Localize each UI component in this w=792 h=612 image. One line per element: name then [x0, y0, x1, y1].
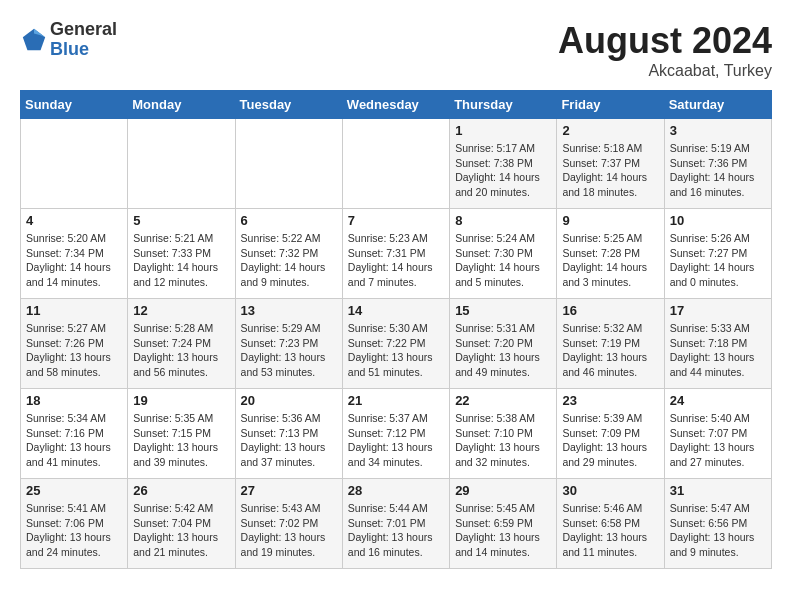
day-info: Sunrise: 5:27 AMSunset: 7:26 PMDaylight:…	[26, 321, 122, 380]
day-number: 31	[670, 483, 766, 498]
day-number: 25	[26, 483, 122, 498]
day-number: 21	[348, 393, 444, 408]
calendar-cell: 29Sunrise: 5:45 AMSunset: 6:59 PMDayligh…	[450, 479, 557, 569]
day-info: Sunrise: 5:41 AMSunset: 7:06 PMDaylight:…	[26, 501, 122, 560]
month-year-title: August 2024	[558, 20, 772, 62]
week-row-5: 25Sunrise: 5:41 AMSunset: 7:06 PMDayligh…	[21, 479, 772, 569]
calendar-cell: 1Sunrise: 5:17 AMSunset: 7:38 PMDaylight…	[450, 119, 557, 209]
day-info: Sunrise: 5:35 AMSunset: 7:15 PMDaylight:…	[133, 411, 229, 470]
calendar-cell: 9Sunrise: 5:25 AMSunset: 7:28 PMDaylight…	[557, 209, 664, 299]
day-number: 1	[455, 123, 551, 138]
calendar-cell: 13Sunrise: 5:29 AMSunset: 7:23 PMDayligh…	[235, 299, 342, 389]
day-info: Sunrise: 5:22 AMSunset: 7:32 PMDaylight:…	[241, 231, 337, 290]
day-number: 6	[241, 213, 337, 228]
day-info: Sunrise: 5:36 AMSunset: 7:13 PMDaylight:…	[241, 411, 337, 470]
day-number: 18	[26, 393, 122, 408]
day-info: Sunrise: 5:37 AMSunset: 7:12 PMDaylight:…	[348, 411, 444, 470]
page-header: General Blue August 2024 Akcaabat, Turke…	[20, 20, 772, 80]
calendar-cell: 27Sunrise: 5:43 AMSunset: 7:02 PMDayligh…	[235, 479, 342, 569]
day-number: 27	[241, 483, 337, 498]
day-number: 8	[455, 213, 551, 228]
title-block: August 2024 Akcaabat, Turkey	[558, 20, 772, 80]
calendar-cell: 6Sunrise: 5:22 AMSunset: 7:32 PMDaylight…	[235, 209, 342, 299]
day-info: Sunrise: 5:44 AMSunset: 7:01 PMDaylight:…	[348, 501, 444, 560]
calendar-cell: 19Sunrise: 5:35 AMSunset: 7:15 PMDayligh…	[128, 389, 235, 479]
calendar-cell: 5Sunrise: 5:21 AMSunset: 7:33 PMDaylight…	[128, 209, 235, 299]
week-row-1: 1Sunrise: 5:17 AMSunset: 7:38 PMDaylight…	[21, 119, 772, 209]
day-info: Sunrise: 5:25 AMSunset: 7:28 PMDaylight:…	[562, 231, 658, 290]
day-number: 3	[670, 123, 766, 138]
calendar-cell: 16Sunrise: 5:32 AMSunset: 7:19 PMDayligh…	[557, 299, 664, 389]
day-number: 30	[562, 483, 658, 498]
calendar-cell: 11Sunrise: 5:27 AMSunset: 7:26 PMDayligh…	[21, 299, 128, 389]
day-number: 7	[348, 213, 444, 228]
weekday-header-thursday: Thursday	[450, 91, 557, 119]
calendar-cell	[235, 119, 342, 209]
calendar-cell: 10Sunrise: 5:26 AMSunset: 7:27 PMDayligh…	[664, 209, 771, 299]
logo-general-text: General	[50, 20, 117, 40]
day-info: Sunrise: 5:43 AMSunset: 7:02 PMDaylight:…	[241, 501, 337, 560]
day-number: 26	[133, 483, 229, 498]
calendar-cell: 12Sunrise: 5:28 AMSunset: 7:24 PMDayligh…	[128, 299, 235, 389]
day-info: Sunrise: 5:30 AMSunset: 7:22 PMDaylight:…	[348, 321, 444, 380]
day-info: Sunrise: 5:32 AMSunset: 7:19 PMDaylight:…	[562, 321, 658, 380]
day-info: Sunrise: 5:46 AMSunset: 6:58 PMDaylight:…	[562, 501, 658, 560]
day-number: 19	[133, 393, 229, 408]
week-row-4: 18Sunrise: 5:34 AMSunset: 7:16 PMDayligh…	[21, 389, 772, 479]
calendar-cell: 7Sunrise: 5:23 AMSunset: 7:31 PMDaylight…	[342, 209, 449, 299]
calendar-cell: 14Sunrise: 5:30 AMSunset: 7:22 PMDayligh…	[342, 299, 449, 389]
calendar-cell	[21, 119, 128, 209]
calendar-cell: 8Sunrise: 5:24 AMSunset: 7:30 PMDaylight…	[450, 209, 557, 299]
day-info: Sunrise: 5:24 AMSunset: 7:30 PMDaylight:…	[455, 231, 551, 290]
weekday-header-row: SundayMondayTuesdayWednesdayThursdayFrid…	[21, 91, 772, 119]
day-number: 23	[562, 393, 658, 408]
day-number: 11	[26, 303, 122, 318]
week-row-3: 11Sunrise: 5:27 AMSunset: 7:26 PMDayligh…	[21, 299, 772, 389]
day-info: Sunrise: 5:40 AMSunset: 7:07 PMDaylight:…	[670, 411, 766, 470]
day-number: 24	[670, 393, 766, 408]
weekday-header-wednesday: Wednesday	[342, 91, 449, 119]
calendar-cell: 30Sunrise: 5:46 AMSunset: 6:58 PMDayligh…	[557, 479, 664, 569]
calendar-cell: 26Sunrise: 5:42 AMSunset: 7:04 PMDayligh…	[128, 479, 235, 569]
day-info: Sunrise: 5:45 AMSunset: 6:59 PMDaylight:…	[455, 501, 551, 560]
day-info: Sunrise: 5:23 AMSunset: 7:31 PMDaylight:…	[348, 231, 444, 290]
day-info: Sunrise: 5:29 AMSunset: 7:23 PMDaylight:…	[241, 321, 337, 380]
day-info: Sunrise: 5:19 AMSunset: 7:36 PMDaylight:…	[670, 141, 766, 200]
day-number: 2	[562, 123, 658, 138]
calendar-cell: 23Sunrise: 5:39 AMSunset: 7:09 PMDayligh…	[557, 389, 664, 479]
day-number: 14	[348, 303, 444, 318]
day-number: 28	[348, 483, 444, 498]
weekday-header-friday: Friday	[557, 91, 664, 119]
day-info: Sunrise: 5:38 AMSunset: 7:10 PMDaylight:…	[455, 411, 551, 470]
calendar-cell: 2Sunrise: 5:18 AMSunset: 7:37 PMDaylight…	[557, 119, 664, 209]
day-info: Sunrise: 5:34 AMSunset: 7:16 PMDaylight:…	[26, 411, 122, 470]
logo-blue-text: Blue	[50, 40, 117, 60]
calendar-cell: 3Sunrise: 5:19 AMSunset: 7:36 PMDaylight…	[664, 119, 771, 209]
calendar-cell: 21Sunrise: 5:37 AMSunset: 7:12 PMDayligh…	[342, 389, 449, 479]
day-number: 20	[241, 393, 337, 408]
weekday-header-sunday: Sunday	[21, 91, 128, 119]
day-number: 13	[241, 303, 337, 318]
weekday-header-saturday: Saturday	[664, 91, 771, 119]
day-number: 9	[562, 213, 658, 228]
day-number: 12	[133, 303, 229, 318]
location-subtitle: Akcaabat, Turkey	[558, 62, 772, 80]
day-info: Sunrise: 5:39 AMSunset: 7:09 PMDaylight:…	[562, 411, 658, 470]
week-row-2: 4Sunrise: 5:20 AMSunset: 7:34 PMDaylight…	[21, 209, 772, 299]
day-info: Sunrise: 5:47 AMSunset: 6:56 PMDaylight:…	[670, 501, 766, 560]
day-info: Sunrise: 5:31 AMSunset: 7:20 PMDaylight:…	[455, 321, 551, 380]
day-info: Sunrise: 5:42 AMSunset: 7:04 PMDaylight:…	[133, 501, 229, 560]
logo-icon	[20, 26, 48, 54]
calendar-cell: 4Sunrise: 5:20 AMSunset: 7:34 PMDaylight…	[21, 209, 128, 299]
day-info: Sunrise: 5:26 AMSunset: 7:27 PMDaylight:…	[670, 231, 766, 290]
logo: General Blue	[20, 20, 117, 60]
day-info: Sunrise: 5:33 AMSunset: 7:18 PMDaylight:…	[670, 321, 766, 380]
day-info: Sunrise: 5:20 AMSunset: 7:34 PMDaylight:…	[26, 231, 122, 290]
calendar-cell: 25Sunrise: 5:41 AMSunset: 7:06 PMDayligh…	[21, 479, 128, 569]
day-number: 15	[455, 303, 551, 318]
calendar-cell: 31Sunrise: 5:47 AMSunset: 6:56 PMDayligh…	[664, 479, 771, 569]
day-info: Sunrise: 5:17 AMSunset: 7:38 PMDaylight:…	[455, 141, 551, 200]
calendar-cell: 20Sunrise: 5:36 AMSunset: 7:13 PMDayligh…	[235, 389, 342, 479]
calendar-cell: 22Sunrise: 5:38 AMSunset: 7:10 PMDayligh…	[450, 389, 557, 479]
day-info: Sunrise: 5:18 AMSunset: 7:37 PMDaylight:…	[562, 141, 658, 200]
